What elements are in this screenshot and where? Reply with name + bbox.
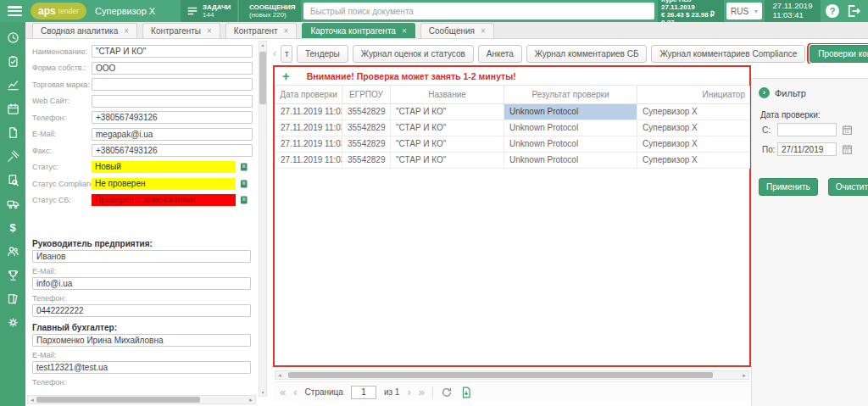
export-excel-icon[interactable] (460, 387, 472, 398)
report-search-icon[interactable] (7, 174, 19, 186)
table-cell[interactable]: "СТАР И КО" (391, 120, 504, 136)
analytics-chart-icon[interactable] (7, 79, 19, 92)
column-header[interactable]: Инициатор (637, 86, 750, 103)
app-logo[interactable]: aps tender (31, 3, 86, 19)
scroll-right-arrow-icon[interactable]: ► (740, 373, 748, 378)
column-header[interactable]: Дата проверки (275, 86, 342, 103)
section-button[interactable]: Тендеры (297, 45, 348, 63)
clear-filter-button[interactable]: Очистить (828, 178, 868, 196)
table-cell[interactable]: 35542829 (342, 152, 391, 168)
filter-header[interactable]: › Фильтр (759, 87, 861, 98)
table-row[interactable]: 27.11.2019 11:0335542829"СТАР И КО"Unkno… (275, 136, 750, 152)
table-cell[interactable]: Супервизор X (637, 152, 750, 168)
scroll-left-arrow-icon[interactable]: ◄ (28, 398, 36, 403)
left-panel-horizontal-scrollbar[interactable]: ◄ ► (27, 395, 256, 404)
logout-icon[interactable] (846, 3, 861, 19)
apply-filter-button[interactable]: Применить (759, 178, 818, 196)
email-input[interactable] (92, 128, 253, 141)
table-cell[interactable]: Супервизор X (637, 136, 750, 152)
first-page-icon[interactable]: « (280, 386, 286, 398)
scroll-down-arrow-icon[interactable]: ▼ (259, 390, 266, 395)
tab-close-icon[interactable]: × (124, 26, 129, 36)
last-page-icon[interactable]: » (419, 386, 425, 398)
delivery-truck-icon[interactable] (7, 197, 19, 210)
trademark-input[interactable] (92, 78, 253, 91)
section-button[interactable]: Журнал комментариев Compliance (651, 45, 805, 63)
status-journal-icon[interactable] (239, 162, 250, 172)
column-header[interactable]: ЕГРПОУ (342, 86, 391, 103)
table-cell[interactable]: 27.11.2019 11:03 (275, 136, 342, 152)
table-cell[interactable]: 35542829 (342, 103, 391, 120)
calendar-icon[interactable] (842, 144, 853, 155)
help-icon[interactable]: ? (826, 4, 839, 18)
table-row[interactable]: 27.11.2019 11:0335542829"СТАР И КО"Unkno… (275, 152, 750, 168)
tab-close-icon[interactable]: × (284, 26, 289, 36)
table-cell[interactable]: 35542829 (342, 120, 391, 136)
table-cell[interactable]: "СТАР И КО" (391, 152, 504, 168)
scroll-up-arrow-icon[interactable]: ▲ (259, 42, 266, 47)
tab-close-icon[interactable]: × (402, 26, 407, 36)
calendar-icon[interactable] (842, 125, 853, 136)
phone-input[interactable] (92, 111, 253, 124)
table-row[interactable]: 27.11.2019 11:0335542829"СТАР И КО"Unkno… (275, 120, 750, 136)
filter-from-input[interactable] (777, 123, 837, 136)
journal-books-icon[interactable] (7, 292, 19, 305)
website-input[interactable] (92, 95, 253, 108)
table-cell[interactable]: Unknown Protocol (504, 120, 637, 136)
section-button[interactable]: Журнал оценок и статусов (353, 45, 474, 63)
next-page-icon[interactable]: › (407, 386, 410, 398)
status-sb-journal-icon[interactable] (239, 195, 250, 205)
status-compliance-journal-icon[interactable] (239, 179, 250, 189)
column-header[interactable]: Результат проверки (504, 86, 637, 103)
finance-dollar-icon[interactable]: $ (7, 221, 19, 234)
table-cell[interactable]: Unknown Protocol (504, 136, 637, 152)
director-input[interactable] (32, 250, 251, 263)
tab-2[interactable]: Контрагенты× (142, 23, 220, 38)
table-cell[interactable]: 27.11.2019 11:03 (275, 152, 342, 168)
language-select[interactable]: RUS ▾ (726, 3, 762, 19)
section-button[interactable]: Анкета (478, 45, 522, 63)
filter-to-input[interactable] (777, 142, 837, 156)
prev-page-icon[interactable]: ‹ (293, 386, 297, 398)
tab-close-icon[interactable]: × (207, 26, 212, 36)
accountant-input[interactable] (32, 334, 251, 347)
director-phone-input[interactable] (32, 304, 251, 317)
tasks-badge[interactable]: ЗАДАЧИ 144 (181, 0, 237, 22)
table-cell[interactable]: "СТАР И КО" (391, 103, 504, 120)
table-cell[interactable]: 35542829 (342, 136, 391, 152)
section-button[interactable]: т (281, 45, 292, 63)
quick-search-input[interactable] (303, 3, 654, 19)
left-panel-vertical-scrollbar[interactable]: ▲ ▼ (259, 41, 267, 397)
refresh-icon[interactable] (441, 387, 453, 398)
table-cell[interactable]: Супервизор X (637, 120, 750, 136)
add-check-button[interactable]: + (282, 70, 290, 82)
table-cell[interactable]: Unknown Protocol (504, 103, 637, 120)
tab-3[interactable]: Контрагент× (225, 23, 298, 38)
tab-1[interactable]: Сводная аналитика× (32, 23, 137, 38)
table-cell[interactable]: 27.11.2019 11:03 (275, 103, 342, 120)
fax-input[interactable] (92, 144, 253, 157)
scroll-left-arrow-icon[interactable]: ◄ (275, 373, 284, 378)
grid-horizontal-scrollbar[interactable]: ◄ ► (275, 370, 749, 380)
accountant-email-input[interactable] (32, 361, 251, 374)
column-header[interactable]: Название (391, 86, 504, 103)
tab-4[interactable]: Карточка контрагента× (302, 23, 415, 38)
table-cell[interactable]: "СТАР И КО" (391, 136, 504, 152)
ownership-input[interactable] (92, 62, 253, 75)
toolbar-scroll-left-icon[interactable]: ‹ (273, 47, 276, 59)
users-group-icon[interactable] (7, 245, 19, 258)
page-number-input[interactable] (351, 386, 376, 399)
dashboard-clock-icon[interactable] (7, 31, 19, 44)
tasks-clipboard-icon[interactable] (7, 55, 19, 68)
awards-trophy-icon[interactable] (7, 269, 19, 281)
documents-icon[interactable] (7, 126, 19, 139)
section-button[interactable]: Проверки контрагента (810, 45, 868, 63)
section-button[interactable]: Журнал комментариев СБ (526, 45, 648, 63)
filter-collapse-icon[interactable]: › (759, 87, 770, 98)
table-row[interactable]: 27.11.2019 11:0335542829"СТАР И КО"Unkno… (275, 103, 750, 120)
toolbar-scroll-right-icon[interactable]: › (863, 47, 866, 59)
name-input[interactable] (92, 45, 253, 58)
tab-close-icon[interactable]: × (481, 26, 486, 36)
auction-gavel-icon[interactable] (7, 150, 19, 163)
settings-gears-icon[interactable] (7, 316, 19, 329)
